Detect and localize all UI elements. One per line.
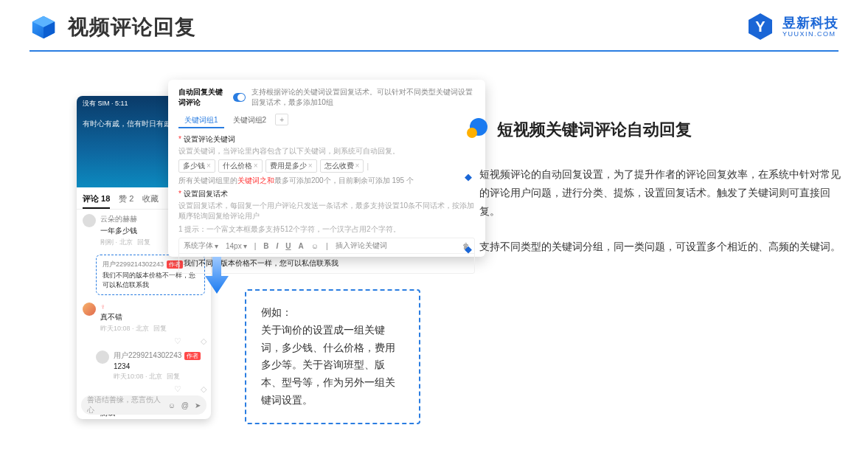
svg-text:Y: Y (755, 18, 765, 35)
comment-input[interactable]: 善语结善缘，恶言伤人心 ☺ @ ➤ (81, 395, 206, 415)
tab-comments[interactable]: 评论 18 (83, 193, 110, 204)
comment-text: 1234 (114, 362, 205, 370)
avatar-icon (83, 214, 96, 227)
bold-icon[interactable]: B (263, 242, 268, 250)
brand-name-cn: 昱新科技 (782, 15, 839, 30)
comment-time: 刚刚 · 北京 (100, 238, 133, 247)
comment-reply-link[interactable]: 回复 (153, 324, 167, 334)
comment-item: ♀ 真不错 昨天10:08 · 北京 回复 (77, 298, 211, 338)
flow-arrow-icon (202, 257, 232, 294)
italic-icon[interactable]: I (277, 242, 279, 250)
comment-text: 真不错 (100, 312, 205, 322)
emoji-icon[interactable]: ☺ (168, 401, 176, 409)
settings-panel: 自动回复关键词评论 支持根据评论的关键词设置回复话术。可以针对不同类型关键词设置… (168, 80, 485, 257)
keyword-tag[interactable]: 费用是多少× (265, 159, 317, 173)
comment-reply-link[interactable]: 回复 (137, 238, 150, 247)
page-title: 视频评论回复 (68, 13, 196, 41)
reply-icon[interactable]: ◇ (201, 336, 206, 346)
keyword-group-tab-2[interactable]: 关键词组2 (227, 114, 273, 128)
add-group-button[interactable]: + (275, 114, 288, 125)
tag-remove-icon[interactable]: × (206, 162, 211, 170)
fan-icon: ♀ (100, 303, 106, 311)
reply-section-desc: 设置回复话术，每回复一个用户评论只发送一条话术，最多支持设置10条不同话术，按添… (178, 201, 475, 221)
reply-section-label: 设置回复话术 (178, 189, 475, 199)
font-size-select[interactable]: 14px ▾ (226, 242, 247, 250)
keyword-section-label: 设置评论关键词 (178, 134, 475, 145)
bullet-text: 短视频评论的自动回复设置，为了提升作者的评论回复效率，在系统中针对常见的评论用户… (479, 165, 841, 221)
insert-keyword-button[interactable]: 插入评论关键词 (336, 241, 387, 251)
author-badge: 作者 (184, 352, 201, 360)
send-icon[interactable]: ➤ (195, 401, 201, 409)
section-bullet-icon (465, 117, 488, 143)
chevron-down-icon: ▾ (215, 242, 218, 250)
heart-icon[interactable]: ♡ (174, 384, 181, 394)
brand-name-en: YUUXIN.COM (782, 31, 839, 38)
reply-icon[interactable]: ◇ (201, 384, 206, 394)
panel-head-desc: 支持根据评论的关键词设置回复话术。可以针对不同类型关键词设置回复话术，最多添加1… (251, 87, 475, 108)
underline-icon[interactable]: U (285, 242, 291, 250)
comment-time: 昨天10:08 · 北京 (114, 372, 162, 381)
keyword-tag-input[interactable]: 多少钱× 什么价格× 费用是多少× 怎么收费× | (178, 159, 475, 173)
example-heading: 例如： (261, 304, 404, 322)
header-divider (29, 50, 839, 52)
chevron-down-icon: ▾ (243, 242, 247, 250)
comment-reply-link[interactable]: 回复 (167, 372, 180, 381)
comment-author: 用户2299214302243 (114, 350, 181, 361)
bullet-text: 支持不同类型的关键词分组，同一类问题，可设置多个相近的、高频的关键词。 (479, 238, 841, 258)
diamond-bullet-icon: ◆ (465, 241, 472, 258)
tag-remove-icon[interactable]: × (308, 162, 313, 170)
comment-placeholder: 善语结善缘，恶言伤人心 (87, 395, 162, 415)
tab-likes[interactable]: 赞 2 (119, 193, 133, 204)
auto-reply-toggle[interactable] (233, 93, 245, 102)
reply-author: 用户2299214302243 (103, 260, 164, 269)
comment-time: 昨天10:08 · 北京 (100, 324, 149, 334)
keyword-quota-note: 所有关键词组里的关键词之和最多可添加200个，目前剩余可添加 195 个 (178, 176, 475, 186)
keyword-tag[interactable]: 什么价格× (218, 159, 263, 173)
comment-item: 用户2299214302243 作者 1234 昨天10:08 · 北京 回复 (77, 346, 211, 386)
reply-hint: 1 提示：一个富文本框最多支持512个字符，一个汉字占用2个字符。 (178, 224, 475, 235)
keyword-tag[interactable]: 多少钱× (178, 159, 215, 173)
tag-remove-icon[interactable]: × (355, 162, 360, 170)
example-body: 关于询价的设置成一组关键词，多少钱、什么价格，费用多少等。关于咨询班型、版本、型… (261, 322, 404, 409)
cube-logo-icon (29, 13, 58, 41)
keyword-tag[interactable]: 怎么收费× (320, 159, 364, 173)
tag-remove-icon[interactable]: × (254, 162, 258, 170)
keyword-group-tab-1[interactable]: 关键词组1 (178, 114, 224, 128)
panel-head-label: 自动回复关键词评论 (178, 87, 227, 108)
at-icon[interactable]: @ (181, 401, 189, 409)
avatar-icon (83, 303, 96, 316)
heart-icon[interactable]: ♡ (174, 336, 181, 346)
svg-point-6 (467, 128, 477, 138)
brand-logo: Y 昱新科技 YUUXIN.COM (746, 12, 839, 41)
example-box: 例如： 关于询价的设置成一组关键词，多少钱、什么价格，费用多少等。关于咨询班型、… (245, 289, 420, 424)
avatar-icon (96, 350, 109, 364)
section-title: 短视频关键词评论自动回复 (497, 119, 692, 141)
color-icon[interactable]: A (299, 242, 304, 250)
emoji-tool-icon[interactable]: ☺ (311, 242, 319, 250)
keyword-section-desc: 设置关键词，当评论里内容包含了以下关键词，则系统可自动回复。 (178, 146, 475, 156)
diamond-bullet-icon: ◆ (465, 168, 472, 221)
font-family-select[interactable]: 系统字体 ▾ (184, 241, 218, 251)
tab-favs[interactable]: 收藏 (142, 193, 159, 204)
